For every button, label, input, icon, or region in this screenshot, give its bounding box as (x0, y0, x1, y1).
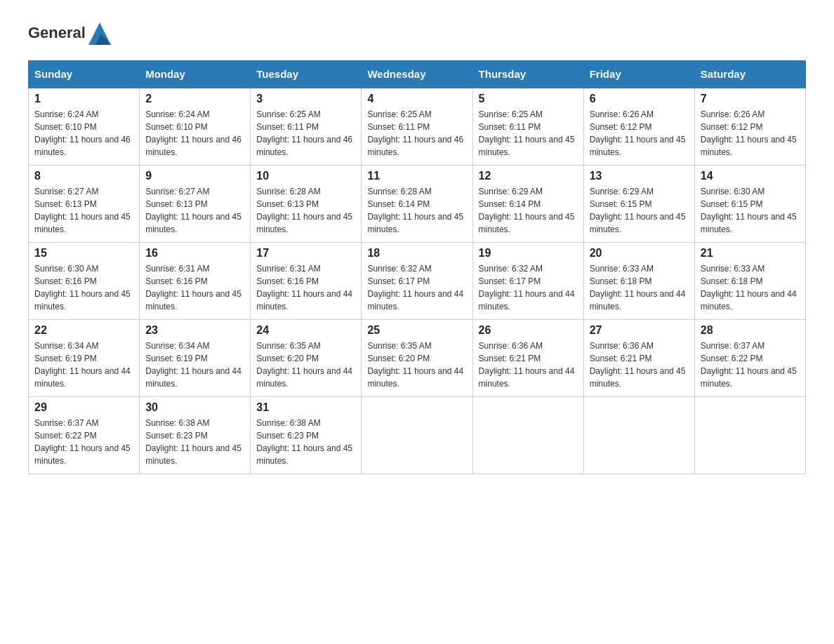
calendar-cell: 16 Sunrise: 6:31 AM Sunset: 6:16 PM Dayl… (140, 242, 251, 319)
day-number: 20 (590, 247, 689, 260)
day-info: Sunrise: 6:26 AM Sunset: 6:12 PM Dayligh… (701, 108, 800, 159)
calendar-cell: 20 Sunrise: 6:33 AM Sunset: 6:18 PM Dayl… (583, 242, 694, 319)
day-info: Sunrise: 6:31 AM Sunset: 6:16 PM Dayligh… (145, 262, 244, 313)
calendar-cell: 12 Sunrise: 6:29 AM Sunset: 6:14 PM Dayl… (472, 165, 583, 242)
day-info: Sunrise: 6:38 AM Sunset: 6:23 PM Dayligh… (256, 417, 355, 467)
day-number: 21 (701, 247, 800, 260)
logo-text: General (28, 21, 112, 46)
day-info: Sunrise: 6:37 AM Sunset: 6:22 PM Dayligh… (701, 340, 800, 390)
calendar-cell: 6 Sunrise: 6:26 AM Sunset: 6:12 PM Dayli… (583, 88, 694, 165)
day-info: Sunrise: 6:32 AM Sunset: 6:17 PM Dayligh… (367, 262, 466, 313)
day-info: Sunrise: 6:34 AM Sunset: 6:19 PM Dayligh… (145, 340, 244, 390)
day-number: 18 (367, 247, 466, 260)
day-info: Sunrise: 6:30 AM Sunset: 6:16 PM Dayligh… (34, 262, 133, 313)
day-number: 5 (479, 93, 578, 105)
calendar-cell: 10 Sunrise: 6:28 AM Sunset: 6:13 PM Dayl… (251, 165, 362, 242)
calendar-cell: 13 Sunrise: 6:29 AM Sunset: 6:15 PM Dayl… (583, 165, 694, 242)
day-number: 10 (256, 170, 355, 182)
calendar-cell: 22 Sunrise: 6:34 AM Sunset: 6:19 PM Dayl… (29, 319, 140, 396)
calendar-cell: 8 Sunrise: 6:27 AM Sunset: 6:13 PM Dayli… (29, 165, 140, 242)
day-number: 31 (256, 401, 355, 414)
calendar-cell: 15 Sunrise: 6:30 AM Sunset: 6:16 PM Dayl… (29, 242, 140, 319)
day-info: Sunrise: 6:32 AM Sunset: 6:17 PM Dayligh… (479, 262, 578, 313)
day-number: 11 (367, 170, 466, 182)
day-number: 26 (479, 324, 578, 337)
day-number: 17 (256, 247, 355, 260)
day-number: 1 (34, 93, 133, 105)
day-number: 27 (590, 324, 689, 337)
calendar-week-row: 8 Sunrise: 6:27 AM Sunset: 6:13 PM Dayli… (29, 165, 806, 242)
calendar-cell: 3 Sunrise: 6:25 AM Sunset: 6:11 PM Dayli… (251, 88, 362, 165)
day-info: Sunrise: 6:38 AM Sunset: 6:23 PM Dayligh… (145, 417, 244, 467)
calendar-cell: 17 Sunrise: 6:31 AM Sunset: 6:16 PM Dayl… (251, 242, 362, 319)
calendar-table: SundayMondayTuesdayWednesdayThursdayFrid… (28, 60, 806, 474)
day-number: 23 (145, 324, 244, 337)
calendar-cell: 27 Sunrise: 6:36 AM Sunset: 6:21 PM Dayl… (583, 319, 694, 396)
day-number: 13 (590, 170, 689, 182)
day-number: 4 (367, 93, 466, 105)
page-header: General (28, 21, 806, 46)
day-number: 22 (34, 324, 133, 337)
header-friday: Friday (583, 61, 694, 88)
day-info: Sunrise: 6:25 AM Sunset: 6:11 PM Dayligh… (479, 108, 578, 159)
calendar-cell (694, 396, 805, 474)
day-number: 24 (256, 324, 355, 337)
calendar-cell: 18 Sunrise: 6:32 AM Sunset: 6:17 PM Dayl… (362, 242, 472, 319)
calendar-cell: 9 Sunrise: 6:27 AM Sunset: 6:13 PM Dayli… (140, 165, 251, 242)
day-info: Sunrise: 6:29 AM Sunset: 6:14 PM Dayligh… (479, 185, 578, 236)
day-info: Sunrise: 6:25 AM Sunset: 6:11 PM Dayligh… (256, 108, 355, 159)
day-number: 28 (701, 324, 800, 337)
calendar-cell: 19 Sunrise: 6:32 AM Sunset: 6:17 PM Dayl… (472, 242, 583, 319)
day-number: 16 (145, 247, 244, 260)
calendar-cell: 25 Sunrise: 6:35 AM Sunset: 6:20 PM Dayl… (362, 319, 472, 396)
day-number: 25 (367, 324, 466, 337)
calendar-cell: 2 Sunrise: 6:24 AM Sunset: 6:10 PM Dayli… (140, 88, 251, 165)
day-info: Sunrise: 6:27 AM Sunset: 6:13 PM Dayligh… (34, 185, 133, 236)
calendar-cell: 11 Sunrise: 6:28 AM Sunset: 6:14 PM Dayl… (362, 165, 472, 242)
day-info: Sunrise: 6:37 AM Sunset: 6:22 PM Dayligh… (34, 417, 133, 467)
day-info: Sunrise: 6:28 AM Sunset: 6:13 PM Dayligh… (256, 185, 355, 236)
day-info: Sunrise: 6:30 AM Sunset: 6:15 PM Dayligh… (701, 185, 800, 236)
header-monday: Monday (140, 61, 251, 88)
calendar-week-row: 15 Sunrise: 6:30 AM Sunset: 6:16 PM Dayl… (29, 242, 806, 319)
day-number: 14 (701, 170, 800, 182)
calendar-cell: 23 Sunrise: 6:34 AM Sunset: 6:19 PM Dayl… (140, 319, 251, 396)
day-info: Sunrise: 6:33 AM Sunset: 6:18 PM Dayligh… (701, 262, 800, 313)
calendar-cell: 24 Sunrise: 6:35 AM Sunset: 6:20 PM Dayl… (251, 319, 362, 396)
calendar-header-row: SundayMondayTuesdayWednesdayThursdayFrid… (29, 61, 806, 88)
day-number: 30 (145, 401, 244, 414)
calendar-cell: 14 Sunrise: 6:30 AM Sunset: 6:15 PM Dayl… (694, 165, 805, 242)
day-info: Sunrise: 6:28 AM Sunset: 6:14 PM Dayligh… (367, 185, 466, 236)
day-number: 19 (479, 247, 578, 260)
logo-icon (87, 21, 112, 46)
calendar-cell: 21 Sunrise: 6:33 AM Sunset: 6:18 PM Dayl… (694, 242, 805, 319)
day-info: Sunrise: 6:26 AM Sunset: 6:12 PM Dayligh… (590, 108, 689, 159)
header-sunday: Sunday (29, 61, 140, 88)
logo: General (28, 21, 112, 46)
day-info: Sunrise: 6:24 AM Sunset: 6:10 PM Dayligh… (145, 108, 244, 159)
calendar-cell: 31 Sunrise: 6:38 AM Sunset: 6:23 PM Dayl… (251, 396, 362, 474)
day-number: 2 (145, 93, 244, 105)
day-info: Sunrise: 6:29 AM Sunset: 6:15 PM Dayligh… (590, 185, 689, 236)
day-info: Sunrise: 6:33 AM Sunset: 6:18 PM Dayligh… (590, 262, 689, 313)
header-thursday: Thursday (472, 61, 583, 88)
day-info: Sunrise: 6:34 AM Sunset: 6:19 PM Dayligh… (34, 340, 133, 390)
calendar-week-row: 22 Sunrise: 6:34 AM Sunset: 6:19 PM Dayl… (29, 319, 806, 396)
day-number: 29 (34, 401, 133, 414)
day-info: Sunrise: 6:36 AM Sunset: 6:21 PM Dayligh… (590, 340, 689, 390)
day-info: Sunrise: 6:31 AM Sunset: 6:16 PM Dayligh… (256, 262, 355, 313)
day-info: Sunrise: 6:24 AM Sunset: 6:10 PM Dayligh… (34, 108, 133, 159)
calendar-cell: 4 Sunrise: 6:25 AM Sunset: 6:11 PM Dayli… (362, 88, 472, 165)
calendar-cell (583, 396, 694, 474)
header-saturday: Saturday (694, 61, 805, 88)
day-info: Sunrise: 6:25 AM Sunset: 6:11 PM Dayligh… (367, 108, 466, 159)
day-number: 6 (590, 93, 689, 105)
day-number: 7 (701, 93, 800, 105)
calendar-week-row: 29 Sunrise: 6:37 AM Sunset: 6:22 PM Dayl… (29, 396, 806, 474)
calendar-cell: 1 Sunrise: 6:24 AM Sunset: 6:10 PM Dayli… (29, 88, 140, 165)
day-number: 9 (145, 170, 244, 182)
calendar-cell: 26 Sunrise: 6:36 AM Sunset: 6:21 PM Dayl… (472, 319, 583, 396)
day-info: Sunrise: 6:27 AM Sunset: 6:13 PM Dayligh… (145, 185, 244, 236)
day-info: Sunrise: 6:35 AM Sunset: 6:20 PM Dayligh… (256, 340, 355, 390)
calendar-cell: 30 Sunrise: 6:38 AM Sunset: 6:23 PM Dayl… (140, 396, 251, 474)
